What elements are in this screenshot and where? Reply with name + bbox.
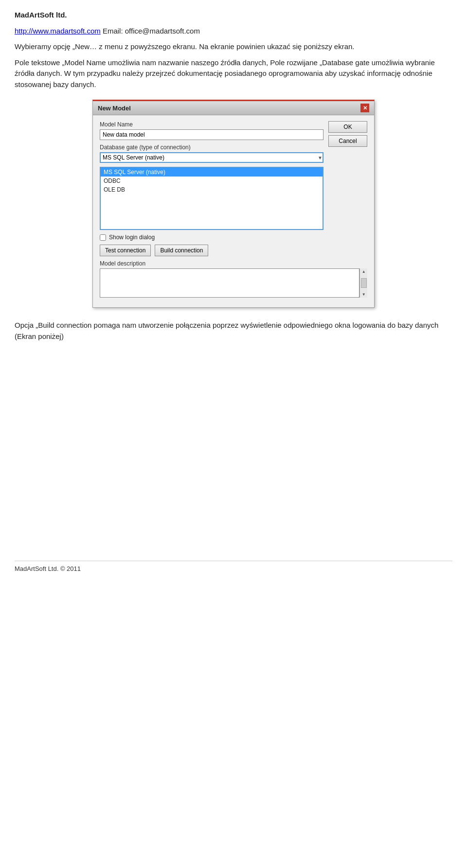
empty-space — [15, 347, 452, 541]
new-model-dialog: New Model ✕ Model Name Database gate (ty… — [92, 100, 375, 308]
dialog-two-col: Model Name Database gate (type of connec… — [100, 121, 367, 230]
model-desc-textarea-wrapper: ▲ ▼ — [100, 268, 367, 298]
company-url-line: http://www.madartsoft.com Email: office@… — [15, 26, 452, 37]
show-login-checkbox[interactable] — [100, 234, 106, 241]
model-name-input[interactable] — [100, 129, 323, 140]
bottom-buttons-row: Test connection Build connection — [100, 245, 367, 256]
database-gate-dropdown[interactable]: MS SQL Server (native) ODBC OLE DB — [100, 152, 323, 163]
database-gate-listbox[interactable]: MS SQL Server (native) ODBC OLE DB — [100, 167, 323, 230]
model-desc-scrollbar: ▲ ▼ — [359, 268, 367, 298]
dialog-titlebar: New Model ✕ — [93, 101, 374, 115]
dialog-title: New Model — [98, 105, 131, 112]
company-name: MadArtSoft ltd. — [15, 10, 452, 21]
model-desc-textarea[interactable] — [100, 268, 359, 298]
dialog-wrapper: New Model ✕ Model Name Database gate (ty… — [15, 100, 452, 308]
email-text: Email: office@madartsoft.com — [103, 27, 200, 35]
dialog-close-button[interactable]: ✕ — [360, 104, 369, 112]
scrollbar-thumb — [361, 278, 367, 288]
company-url-link[interactable]: http://www.madartsoft.com — [15, 27, 101, 35]
paragraph-3: Opcja „Build connection pomaga nam utwor… — [15, 320, 452, 342]
database-gate-row: Database gate (type of connection) MS SQ… — [100, 144, 323, 163]
scrollbar-down-arrow: ▼ — [362, 292, 366, 297]
listbox-item-mssql[interactable]: MS SQL Server (native) — [101, 168, 323, 177]
dialog-right-col: OK Cancel — [328, 121, 367, 230]
model-desc-row: Model description ▲ ▼ — [100, 260, 367, 298]
footer-text: MadArtSoft Ltd. © 2011 — [15, 565, 81, 572]
dialog-body: Model Name Database gate (type of connec… — [93, 115, 374, 307]
model-name-row: Model Name — [100, 121, 323, 140]
dialog-left-col: Model Name Database gate (type of connec… — [100, 121, 323, 230]
model-desc-label: Model description — [100, 260, 367, 267]
paragraph-2: Pole tekstowe „Model Name umożliwia nam … — [15, 57, 452, 90]
ok-button[interactable]: OK — [328, 121, 367, 133]
listbox-item-odbc[interactable]: ODBC — [101, 177, 323, 185]
show-login-label: Show login dialog — [109, 234, 155, 241]
footer: MadArtSoft Ltd. © 2011 — [15, 561, 452, 572]
database-gate-label: Database gate (type of connection) — [100, 144, 323, 151]
database-gate-dropdown-wrapper: MS SQL Server (native) ODBC OLE DB ▼ — [100, 152, 323, 163]
scrollbar-up-arrow: ▲ — [362, 269, 366, 274]
test-connection-button[interactable]: Test connection — [100, 245, 151, 256]
cancel-button[interactable]: Cancel — [328, 135, 367, 147]
build-connection-button[interactable]: Build connection — [155, 245, 208, 256]
listbox-item-oledb[interactable]: OLE DB — [101, 185, 323, 194]
model-name-label: Model Name — [100, 121, 323, 128]
show-login-row: Show login dialog — [100, 234, 367, 241]
paragraph-1: Wybieramy opcję „New… z menu z powyższeg… — [15, 41, 452, 53]
